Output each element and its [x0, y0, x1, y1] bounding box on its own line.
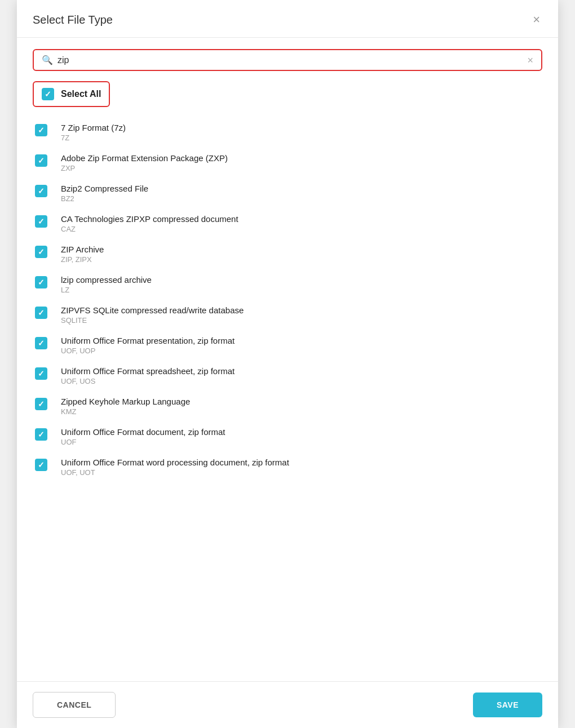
- file-item-ext: UOF, UOP: [61, 347, 235, 355]
- item-checkbox[interactable]: ✓: [35, 428, 47, 441]
- list-item[interactable]: ✓Zipped Keyhole Markup LanguageKMZ: [33, 391, 542, 421]
- cancel-button[interactable]: CANCEL: [33, 692, 116, 718]
- file-item-content: Zipped Keyhole Markup LanguageKMZ: [61, 397, 190, 416]
- checkmark-icon: ✓: [38, 369, 45, 378]
- file-item-content: Uniform Office Format presentation, zip …: [61, 336, 235, 355]
- close-button[interactable]: ×: [530, 12, 542, 27]
- list-item[interactable]: ✓lzip compressed archiveLZ: [33, 269, 542, 300]
- file-item-content: Bzip2 Compressed FileBZ2: [61, 184, 148, 203]
- file-item-content: Uniform Office Format document, zip form…: [61, 427, 225, 446]
- item-checkbox[interactable]: ✓: [35, 215, 47, 228]
- file-item-content: ZIPVFS SQLite compressed read/write data…: [61, 305, 244, 325]
- dialog: Select File Type × 🔍 × ✓ Select All ✓7 Z…: [17, 0, 558, 728]
- list-item[interactable]: ✓Uniform Office Format word processing d…: [33, 452, 542, 482]
- file-item-ext: UOF, UOS: [61, 377, 235, 385]
- search-clear-button[interactable]: ×: [527, 55, 533, 65]
- file-item-ext: ZXP: [61, 164, 228, 172]
- checkmark-icon: ✓: [38, 217, 45, 226]
- file-item-ext: 7Z: [61, 134, 126, 142]
- list-item[interactable]: ✓7 Zip Format (7z)7Z: [33, 117, 542, 148]
- checkmark-icon: ✓: [38, 430, 45, 439]
- search-box: 🔍 ×: [33, 49, 542, 71]
- item-checkbox[interactable]: ✓: [35, 246, 47, 258]
- list-item[interactable]: ✓Uniform Office Format document, zip for…: [33, 421, 542, 452]
- list-item[interactable]: ✓CA Technologies ZIPXP compressed docume…: [33, 208, 542, 239]
- file-item-ext: UOF, UOT: [61, 468, 289, 477]
- file-item-ext: BZ2: [61, 194, 148, 203]
- file-item-ext: KMZ: [61, 407, 190, 416]
- search-icon: 🔍: [42, 55, 53, 65]
- checkmark-icon: ✓: [45, 90, 51, 99]
- list-item[interactable]: ✓ZIPVFS SQLite compressed read/write dat…: [33, 300, 542, 330]
- item-checkbox[interactable]: ✓: [35, 367, 47, 380]
- file-item-content: Uniform Office Format word processing do…: [61, 458, 289, 477]
- item-checkbox[interactable]: ✓: [35, 124, 47, 136]
- file-item-content: 7 Zip Format (7z)7Z: [61, 123, 126, 142]
- list-item[interactable]: ✓Uniform Office Format spreadsheet, zip …: [33, 361, 542, 391]
- dialog-title: Select File Type: [33, 14, 113, 26]
- file-item-ext: LZ: [61, 286, 152, 294]
- file-item-name: Adobe Zip Format Extension Package (ZXP): [61, 153, 228, 163]
- file-item-ext: SQLITE: [61, 316, 244, 325]
- file-item-ext: UOF: [61, 438, 225, 446]
- file-item-content: Adobe Zip Format Extension Package (ZXP)…: [61, 153, 228, 172]
- item-checkbox[interactable]: ✓: [35, 307, 47, 319]
- dialog-header: Select File Type ×: [17, 0, 558, 38]
- file-item-ext: ZIP, ZIPX: [61, 255, 104, 264]
- checkmark-icon: ✓: [38, 247, 45, 256]
- file-item-name: Uniform Office Format spreadsheet, zip f…: [61, 366, 235, 376]
- checkmark-icon: ✓: [38, 460, 45, 469]
- dialog-body: 🔍 × ✓ Select All ✓7 Zip Format (7z)7Z✓Ad…: [17, 38, 558, 681]
- list-item[interactable]: ✓Bzip2 Compressed FileBZ2: [33, 178, 542, 208]
- select-all-checkbox[interactable]: ✓: [42, 88, 54, 100]
- select-all-row[interactable]: ✓ Select All: [33, 81, 110, 107]
- checkmark-icon: ✓: [38, 278, 45, 287]
- checkmark-icon: ✓: [38, 187, 45, 196]
- select-all-label: Select All: [61, 89, 101, 99]
- file-item-content: CA Technologies ZIPXP compressed documen…: [61, 214, 238, 233]
- file-list: ✓7 Zip Format (7z)7Z✓Adobe Zip Format Ex…: [33, 117, 542, 482]
- list-item[interactable]: ✓ZIP ArchiveZIP, ZIPX: [33, 239, 542, 269]
- file-item-name: lzip compressed archive: [61, 275, 152, 285]
- file-item-name: Uniform Office Format word processing do…: [61, 458, 289, 467]
- item-checkbox[interactable]: ✓: [35, 276, 47, 288]
- file-item-name: 7 Zip Format (7z): [61, 123, 126, 132]
- file-item-content: lzip compressed archiveLZ: [61, 275, 152, 294]
- list-item[interactable]: ✓Uniform Office Format presentation, zip…: [33, 330, 542, 361]
- item-checkbox[interactable]: ✓: [35, 154, 47, 167]
- checkmark-icon: ✓: [38, 399, 45, 409]
- file-item-name: Zipped Keyhole Markup Language: [61, 397, 190, 406]
- checkmark-icon: ✓: [38, 156, 45, 165]
- file-item-ext: CAZ: [61, 225, 238, 233]
- item-checkbox[interactable]: ✓: [35, 459, 47, 471]
- save-button[interactable]: SAVE: [473, 693, 542, 717]
- file-item-name: ZIPVFS SQLite compressed read/write data…: [61, 305, 244, 315]
- file-item-content: ZIP ArchiveZIP, ZIPX: [61, 245, 104, 264]
- dialog-footer: CANCEL SAVE: [17, 681, 558, 728]
- item-checkbox[interactable]: ✓: [35, 337, 47, 349]
- list-item[interactable]: ✓Adobe Zip Format Extension Package (ZXP…: [33, 148, 542, 178]
- search-input[interactable]: [58, 55, 527, 65]
- checkmark-icon: ✓: [38, 308, 45, 317]
- file-item-name: Bzip2 Compressed File: [61, 184, 148, 193]
- file-item-name: CA Technologies ZIPXP compressed documen…: [61, 214, 238, 224]
- file-item-content: Uniform Office Format spreadsheet, zip f…: [61, 366, 235, 385]
- checkmark-icon: ✓: [38, 126, 45, 135]
- item-checkbox[interactable]: ✓: [35, 185, 47, 197]
- file-item-name: Uniform Office Format presentation, zip …: [61, 336, 235, 345]
- checkmark-icon: ✓: [38, 339, 45, 348]
- item-checkbox[interactable]: ✓: [35, 398, 47, 410]
- file-item-name: Uniform Office Format document, zip form…: [61, 427, 225, 437]
- file-item-name: ZIP Archive: [61, 245, 104, 254]
